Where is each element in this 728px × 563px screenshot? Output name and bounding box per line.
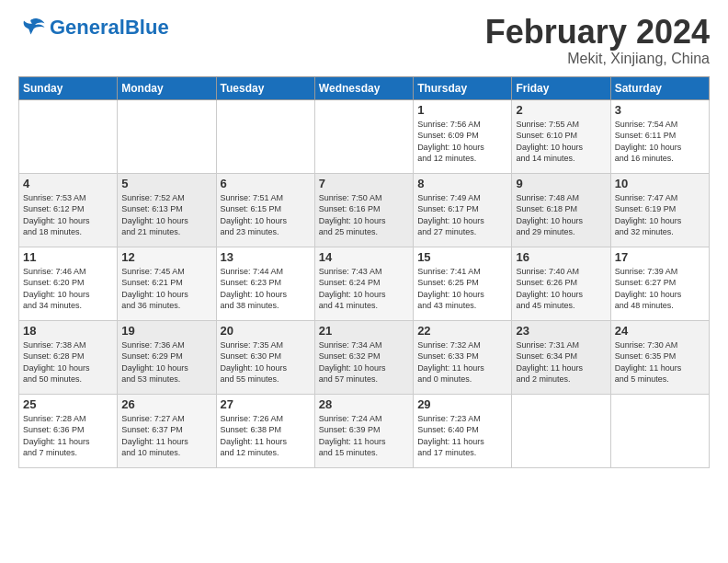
- day-info: Sunrise: 7:55 AM Sunset: 6:10 PM Dayligh…: [516, 119, 606, 165]
- calendar-cell: [610, 394, 709, 467]
- day-info: Sunrise: 7:52 AM Sunset: 6:13 PM Dayligh…: [121, 192, 211, 238]
- calendar-cell: [314, 99, 413, 173]
- logo-text: GeneralBlue: [50, 17, 169, 38]
- day-info: Sunrise: 7:51 AM Sunset: 6:15 PM Dayligh…: [221, 192, 311, 238]
- calendar-cell: 1Sunrise: 7:56 AM Sunset: 6:09 PM Daylig…: [414, 99, 512, 173]
- day-number: 20: [221, 324, 311, 338]
- day-number: 3: [615, 103, 705, 117]
- day-info: Sunrise: 7:27 AM Sunset: 6:37 PM Dayligh…: [121, 413, 211, 459]
- day-info: Sunrise: 7:40 AM Sunset: 6:26 PM Dayligh…: [516, 266, 606, 312]
- weekday-header-saturday: Saturday: [610, 76, 709, 99]
- day-number: 5: [121, 177, 211, 190]
- day-number: 29: [417, 397, 507, 411]
- weekday-header-thursday: Thursday: [414, 76, 512, 99]
- calendar-cell: 7Sunrise: 7:50 AM Sunset: 6:16 PM Daylig…: [314, 173, 413, 247]
- day-info: Sunrise: 7:49 AM Sunset: 6:17 PM Dayligh…: [417, 192, 507, 238]
- day-info: Sunrise: 7:54 AM Sunset: 6:11 PM Dayligh…: [615, 119, 705, 165]
- logo-bird-icon: [18, 14, 46, 41]
- day-number: 7: [319, 177, 409, 190]
- calendar-cell: 22Sunrise: 7:32 AM Sunset: 6:33 PM Dayli…: [414, 320, 512, 394]
- calendar-cell: [216, 99, 314, 173]
- day-number: 2: [516, 103, 606, 117]
- calendar-cell: 29Sunrise: 7:23 AM Sunset: 6:40 PM Dayli…: [414, 394, 512, 467]
- calendar-cell: 13Sunrise: 7:44 AM Sunset: 6:23 PM Dayli…: [216, 247, 314, 320]
- month-title: February 2024: [485, 14, 710, 51]
- calendar-cell: 24Sunrise: 7:30 AM Sunset: 6:35 PM Dayli…: [610, 320, 709, 394]
- logo-general: GeneralBlue: [50, 17, 169, 38]
- calendar-cell: 18Sunrise: 7:38 AM Sunset: 6:28 PM Dayli…: [19, 320, 118, 394]
- day-info: Sunrise: 7:36 AM Sunset: 6:29 PM Dayligh…: [121, 339, 211, 385]
- calendar-cell: 25Sunrise: 7:28 AM Sunset: 6:36 PM Dayli…: [19, 394, 118, 467]
- day-info: Sunrise: 7:23 AM Sunset: 6:40 PM Dayligh…: [417, 413, 507, 459]
- calendar-cell: 4Sunrise: 7:53 AM Sunset: 6:12 PM Daylig…: [19, 173, 118, 247]
- title-area: February 2024 Mekit, Xinjiang, China: [485, 14, 710, 67]
- day-info: Sunrise: 7:34 AM Sunset: 6:32 PM Dayligh…: [319, 339, 409, 385]
- calendar-table: SundayMondayTuesdayWednesdayThursdayFrid…: [18, 76, 710, 468]
- calendar-cell: 15Sunrise: 7:41 AM Sunset: 6:25 PM Dayli…: [414, 247, 512, 320]
- calendar-cell: 26Sunrise: 7:27 AM Sunset: 6:37 PM Dayli…: [118, 394, 216, 467]
- day-info: Sunrise: 7:46 AM Sunset: 6:20 PM Dayligh…: [23, 266, 113, 312]
- day-number: 21: [319, 324, 409, 338]
- day-info: Sunrise: 7:28 AM Sunset: 6:36 PM Dayligh…: [23, 413, 113, 459]
- day-number: 9: [516, 177, 606, 190]
- day-info: Sunrise: 7:43 AM Sunset: 6:24 PM Dayligh…: [319, 266, 409, 312]
- day-number: 12: [121, 250, 211, 264]
- calendar-cell: 19Sunrise: 7:36 AM Sunset: 6:29 PM Dayli…: [118, 320, 216, 394]
- day-info: Sunrise: 7:26 AM Sunset: 6:38 PM Dayligh…: [221, 413, 311, 459]
- calendar-cell: 9Sunrise: 7:48 AM Sunset: 6:18 PM Daylig…: [512, 173, 610, 247]
- calendar-cell: 16Sunrise: 7:40 AM Sunset: 6:26 PM Dayli…: [512, 247, 610, 320]
- day-info: Sunrise: 7:45 AM Sunset: 6:21 PM Dayligh…: [121, 266, 211, 312]
- calendar-cell: 5Sunrise: 7:52 AM Sunset: 6:13 PM Daylig…: [118, 173, 216, 247]
- calendar-cell: 28Sunrise: 7:24 AM Sunset: 6:39 PM Dayli…: [314, 394, 413, 467]
- day-number: 15: [417, 250, 507, 264]
- calendar-cell: 23Sunrise: 7:31 AM Sunset: 6:34 PM Dayli…: [512, 320, 610, 394]
- day-number: 10: [615, 177, 705, 190]
- day-number: 18: [23, 324, 113, 338]
- calendar-cell: 12Sunrise: 7:45 AM Sunset: 6:21 PM Dayli…: [118, 247, 216, 320]
- day-info: Sunrise: 7:31 AM Sunset: 6:34 PM Dayligh…: [516, 339, 606, 385]
- calendar-week-row: 25Sunrise: 7:28 AM Sunset: 6:36 PM Dayli…: [19, 394, 710, 467]
- header: GeneralBlue February 2024 Mekit, Xinjian…: [18, 14, 710, 67]
- weekday-header-monday: Monday: [118, 76, 216, 99]
- day-info: Sunrise: 7:35 AM Sunset: 6:30 PM Dayligh…: [221, 339, 311, 385]
- calendar-week-row: 18Sunrise: 7:38 AM Sunset: 6:28 PM Dayli…: [19, 320, 710, 394]
- calendar-week-row: 4Sunrise: 7:53 AM Sunset: 6:12 PM Daylig…: [19, 173, 710, 247]
- main-container: GeneralBlue February 2024 Mekit, Xinjian…: [0, 0, 728, 477]
- day-info: Sunrise: 7:24 AM Sunset: 6:39 PM Dayligh…: [319, 413, 409, 459]
- weekday-header-wednesday: Wednesday: [314, 76, 413, 99]
- calendar-cell: 17Sunrise: 7:39 AM Sunset: 6:27 PM Dayli…: [610, 247, 709, 320]
- logo: GeneralBlue: [18, 14, 169, 41]
- day-number: 13: [221, 250, 311, 264]
- day-info: Sunrise: 7:41 AM Sunset: 6:25 PM Dayligh…: [417, 266, 507, 312]
- calendar-week-row: 1Sunrise: 7:56 AM Sunset: 6:09 PM Daylig…: [19, 99, 710, 173]
- day-number: 27: [221, 397, 311, 411]
- calendar-cell: [118, 99, 216, 173]
- day-number: 16: [516, 250, 606, 264]
- day-info: Sunrise: 7:53 AM Sunset: 6:12 PM Dayligh…: [23, 192, 113, 238]
- day-info: Sunrise: 7:38 AM Sunset: 6:28 PM Dayligh…: [23, 339, 113, 385]
- day-info: Sunrise: 7:44 AM Sunset: 6:23 PM Dayligh…: [221, 266, 311, 312]
- day-number: 1: [417, 103, 507, 117]
- weekday-header-sunday: Sunday: [19, 76, 118, 99]
- calendar-cell: 10Sunrise: 7:47 AM Sunset: 6:19 PM Dayli…: [610, 173, 709, 247]
- weekday-header-tuesday: Tuesday: [216, 76, 314, 99]
- calendar-cell: [512, 394, 610, 467]
- calendar-week-row: 11Sunrise: 7:46 AM Sunset: 6:20 PM Dayli…: [19, 247, 710, 320]
- day-number: 4: [23, 177, 113, 190]
- day-number: 22: [417, 324, 507, 338]
- day-number: 6: [221, 177, 311, 190]
- calendar-cell: 8Sunrise: 7:49 AM Sunset: 6:17 PM Daylig…: [414, 173, 512, 247]
- calendar-cell: 27Sunrise: 7:26 AM Sunset: 6:38 PM Dayli…: [216, 394, 314, 467]
- calendar-cell: 21Sunrise: 7:34 AM Sunset: 6:32 PM Dayli…: [314, 320, 413, 394]
- calendar-cell: 11Sunrise: 7:46 AM Sunset: 6:20 PM Dayli…: [19, 247, 118, 320]
- day-number: 24: [615, 324, 705, 338]
- day-number: 17: [615, 250, 705, 264]
- day-number: 23: [516, 324, 606, 338]
- calendar-cell: 14Sunrise: 7:43 AM Sunset: 6:24 PM Dayli…: [314, 247, 413, 320]
- day-info: Sunrise: 7:50 AM Sunset: 6:16 PM Dayligh…: [319, 192, 409, 238]
- calendar-cell: 2Sunrise: 7:55 AM Sunset: 6:10 PM Daylig…: [512, 99, 610, 173]
- day-info: Sunrise: 7:56 AM Sunset: 6:09 PM Dayligh…: [417, 119, 507, 165]
- day-number: 25: [23, 397, 113, 411]
- day-number: 26: [121, 397, 211, 411]
- day-info: Sunrise: 7:47 AM Sunset: 6:19 PM Dayligh…: [615, 192, 705, 238]
